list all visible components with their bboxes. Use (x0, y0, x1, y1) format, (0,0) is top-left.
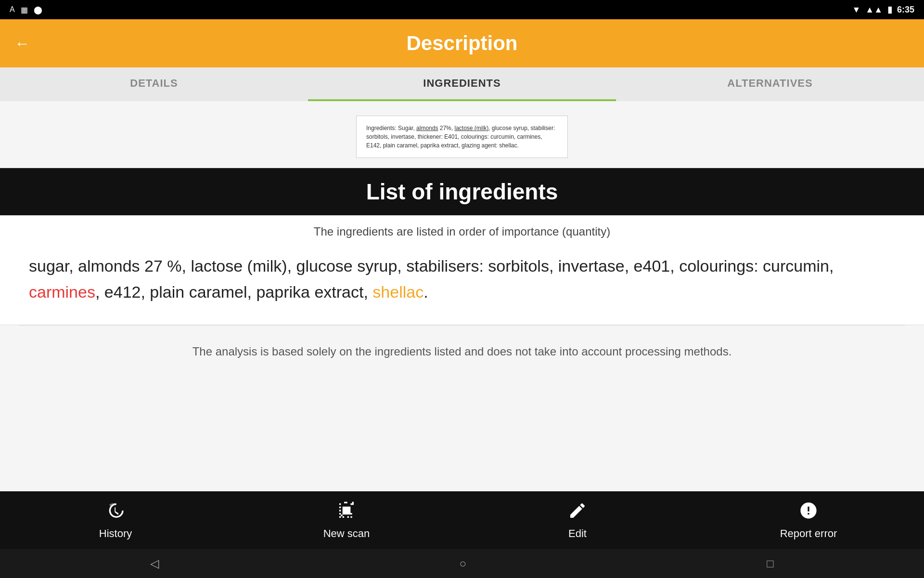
ingredients-image-container: Ingredients: Sugar, almonds 27%, lactose… (0, 101, 924, 168)
new-scan-label: New scan (323, 527, 370, 540)
history-icon (106, 501, 125, 525)
back-system-button[interactable]: ◁ (150, 557, 159, 570)
nav-edit[interactable]: Edit (541, 501, 614, 540)
analysis-note: The analysis is based solely on the ingr… (0, 326, 924, 378)
scanner-icon (337, 501, 356, 525)
nav-history[interactable]: History (79, 501, 152, 540)
edit-label: Edit (568, 527, 587, 540)
status-bar-right: ▼ ▲▲ ▮ 6:35 (852, 4, 915, 15)
signal-icon: ▲▲ (865, 5, 883, 15)
main-content: Ingredients: Sugar, almonds 27%, lactose… (0, 101, 924, 491)
history-label: History (99, 527, 132, 540)
tab-alternatives[interactable]: ALTERNATIVES (616, 67, 924, 101)
report-error-label: Report error (780, 527, 837, 540)
analysis-note-text: The analysis is based solely on the ingr… (192, 345, 732, 358)
edit-icon (568, 501, 587, 525)
app-bar-title: Description (39, 32, 885, 55)
circle-icon: ⬤ (34, 5, 42, 14)
battery-icon: ▮ (887, 4, 892, 15)
ingredients-image: Ingredients: Sugar, almonds 27%, lactose… (356, 116, 568, 158)
tab-details[interactable]: DETAILS (0, 67, 308, 101)
status-bar: A ▦ ⬤ ▼ ▲▲ ▮ 6:35 (0, 0, 924, 19)
tab-ingredients[interactable]: INGREDIENTS (308, 67, 616, 101)
ingredients-subtitle: The ingredients are listed in order of i… (0, 215, 924, 243)
tab-bar: DETAILS INGREDIENTS ALTERNATIVES (0, 67, 924, 101)
app-bar: ← Description (0, 19, 924, 67)
lactose-underline: lactose (milk) (454, 125, 488, 131)
app-icon-a: A (10, 5, 15, 14)
back-button[interactable]: ← (14, 35, 30, 53)
status-bar-left: A ▦ ⬤ (10, 5, 42, 14)
nav-new-scan[interactable]: New scan (310, 501, 383, 540)
status-time: 6:35 (897, 5, 914, 15)
bottom-nav: History New scan Edit Report error (0, 491, 924, 549)
ingredients-header: List of ingredients (0, 168, 924, 215)
recent-system-button[interactable]: □ (767, 557, 774, 570)
sim-icon: ▦ (21, 5, 28, 14)
nav-report-error[interactable]: Report error (772, 501, 845, 540)
system-nav: ◁ ○ □ (0, 549, 924, 578)
almond-underline: almonds (416, 125, 438, 131)
ingredients-section: List of ingredients The ingredients are … (0, 168, 924, 325)
carmines-text: carmines (29, 283, 95, 301)
ingredients-text: sugar, almonds 27 %, lactose (milk), glu… (0, 243, 924, 325)
wifi-icon: ▼ (852, 5, 861, 15)
shellac-text: shellac (372, 283, 424, 301)
exclamation-icon (799, 501, 818, 525)
home-system-button[interactable]: ○ (459, 557, 466, 570)
ingredients-header-title: List of ingredients (366, 179, 558, 204)
